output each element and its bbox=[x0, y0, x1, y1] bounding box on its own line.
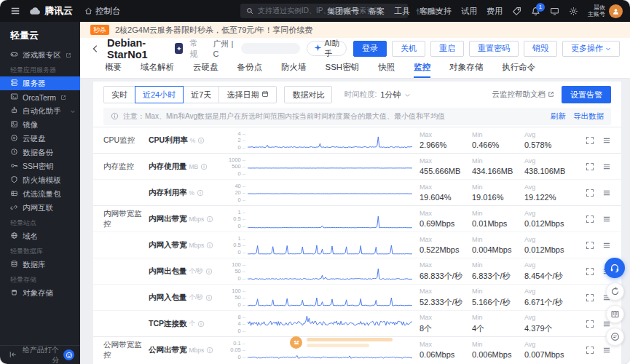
action-button-重置密码[interactable]: 重置密码 bbox=[469, 41, 519, 57]
expand-chart-icon[interactable] bbox=[586, 267, 594, 276]
sidebar-item-自动化助手[interactable]: 自动化助手 bbox=[0, 104, 80, 118]
support-headset-button[interactable] bbox=[605, 258, 625, 278]
tab-备份点[interactable]: 备份点 bbox=[237, 62, 263, 78]
row-menu-icon[interactable] bbox=[602, 162, 611, 171]
sidebar-item-数据备份[interactable]: 数据备份 bbox=[0, 146, 80, 159]
sidebar-item-数据库[interactable]: 数据库 bbox=[0, 258, 80, 272]
info-icon[interactable] bbox=[205, 294, 213, 301]
hamburger-menu-icon[interactable] bbox=[10, 6, 20, 16]
sparkline-chart-内网入带宽[interactable] bbox=[248, 236, 412, 255]
topbar-menu-3[interactable]: 客服支持 bbox=[420, 6, 452, 17]
account-menu[interactable]: 晨依 主账号 bbox=[588, 4, 623, 18]
tab-对象存储[interactable]: 对象存储 bbox=[449, 62, 483, 78]
sparkline-chart-内网出带宽[interactable] bbox=[248, 210, 412, 229]
topbar-menu-1[interactable]: 备案 bbox=[369, 6, 385, 17]
sidebar-item-游戏服专区[interactable]: 游戏服专区 bbox=[0, 48, 80, 62]
info-icon[interactable] bbox=[206, 347, 213, 354]
expand-chart-icon[interactable] bbox=[586, 320, 594, 328]
tab-云硬盘[interactable]: 云硬盘 bbox=[193, 62, 218, 78]
row-menu-icon[interactable] bbox=[602, 346, 611, 355]
survey-comment-button[interactable] bbox=[606, 328, 624, 346]
info-icon[interactable] bbox=[206, 215, 213, 223]
segment-近24小时[interactable]: 近24小时 bbox=[135, 86, 184, 103]
row-menu-icon[interactable] bbox=[602, 189, 611, 197]
info-icon[interactable] bbox=[197, 189, 204, 197]
sparkline-chart-公网出带宽[interactable] bbox=[248, 341, 412, 360]
expand-chart-icon[interactable] bbox=[586, 189, 594, 197]
guide-book-button[interactable] bbox=[606, 305, 624, 323]
info-icon[interactable] bbox=[197, 137, 205, 144]
topbar-menu-4[interactable]: 试用 bbox=[461, 6, 477, 17]
console-display-icon[interactable] bbox=[550, 7, 559, 16]
info-icon[interactable] bbox=[200, 163, 208, 170]
topbar-menu-0[interactable]: 集团账号 bbox=[327, 6, 359, 17]
refresh-link[interactable]: 刷新 bbox=[551, 111, 566, 122]
tab-防火墙[interactable]: 防火墙 bbox=[281, 62, 307, 78]
sidebar-item-对象存储[interactable]: 对象存储 bbox=[0, 286, 80, 300]
tab-SSH密钥[interactable]: SSH密钥 bbox=[326, 62, 360, 78]
promo-banner[interactable]: 秒杀 2核2G4M云服务器限时秒杀，低至79元/年！享同价续费 bbox=[80, 22, 630, 38]
sidebar-item-OrcaTerm[interactable]: OrcaTerm bbox=[0, 90, 80, 104]
sidebar-item-域名[interactable]: 域名 bbox=[0, 229, 80, 243]
row-menu-icon[interactable] bbox=[602, 215, 611, 223]
ai-assistant-button[interactable]: AI助手 bbox=[307, 41, 347, 56]
sidebar-item-防火墙模板[interactable]: 防火墙模板 bbox=[0, 173, 80, 187]
sidebar-item-内网互联[interactable]: 内网互联 bbox=[0, 201, 80, 215]
collapse-sidebar-icon[interactable] bbox=[9, 350, 17, 360]
sidebar-item-SSH密钥[interactable]: SSH密钥 bbox=[0, 159, 80, 173]
sparkline-chart-内存利用率[interactable] bbox=[248, 183, 412, 202]
info-icon[interactable] bbox=[206, 242, 213, 249]
back-arrow-icon[interactable] bbox=[90, 44, 101, 54]
sidebar-item-云硬盘[interactable]: 云硬盘 bbox=[0, 132, 80, 146]
expand-chart-icon[interactable] bbox=[586, 241, 594, 250]
tab-监控[interactable]: 监控 bbox=[414, 62, 430, 78]
smiley-icon[interactable] bbox=[63, 349, 74, 360]
row-menu-icon[interactable] bbox=[602, 241, 611, 250]
set-alarm-button[interactable]: 设置告警 bbox=[562, 86, 611, 103]
segment-近7天[interactable]: 近7天 bbox=[183, 86, 219, 103]
granularity-select[interactable]: 时间粒度: 1分钟 bbox=[344, 88, 411, 101]
brand-logo[interactable]: 腾讯云 bbox=[29, 4, 73, 17]
expand-chart-icon[interactable] bbox=[586, 162, 594, 171]
expand-chart-icon[interactable] bbox=[586, 346, 594, 355]
feedback-refresh-button[interactable] bbox=[606, 282, 624, 301]
sidebar-item-优选流量包[interactable]: 优选流量包 bbox=[0, 187, 80, 201]
sparkline-chart-内存使用量[interactable] bbox=[248, 157, 412, 176]
action-button-关机[interactable]: 关机 bbox=[392, 41, 425, 57]
promotion-tag-icon[interactable] bbox=[512, 7, 521, 16]
action-button-更多操作[interactable]: 更多操作 bbox=[562, 41, 620, 57]
tab-执行命令[interactable]: 执行命令 bbox=[502, 62, 535, 78]
info-icon[interactable] bbox=[197, 320, 205, 328]
tab-域名解析[interactable]: 域名解析 bbox=[141, 62, 174, 78]
row-menu-icon[interactable] bbox=[602, 136, 611, 145]
export-data-link[interactable]: 导出数据 bbox=[573, 111, 604, 122]
data-compare-button[interactable]: 数据对比 bbox=[284, 86, 332, 103]
tab-概要[interactable]: 概要 bbox=[105, 62, 122, 78]
sparkline-chart-CPU利用率[interactable] bbox=[248, 131, 412, 150]
sparkline-chart-TCP连接数[interactable] bbox=[248, 314, 412, 333]
tab-快照[interactable]: 快照 bbox=[378, 62, 395, 78]
sparkline-chart-内网入包量[interactable] bbox=[248, 288, 412, 307]
notification-bell-icon[interactable]: 1 bbox=[531, 7, 540, 16]
expand-chart-icon[interactable] bbox=[586, 293, 594, 302]
sidebar-item-镜像[interactable]: 镜像 bbox=[0, 118, 80, 132]
sidebar-item-服务器[interactable]: 服务器 bbox=[0, 76, 80, 90]
segment-实时[interactable]: 实时 bbox=[103, 86, 135, 103]
action-button-登录[interactable]: 登录 bbox=[353, 41, 387, 57]
action-button-销毁[interactable]: 销毁 bbox=[524, 41, 557, 57]
instance-id-pill[interactable] bbox=[241, 43, 299, 54]
action-button-重启[interactable]: 重启 bbox=[430, 41, 464, 57]
monitor-doc-link[interactable]: 云监控帮助文档 bbox=[492, 90, 555, 100]
topbar-menu-2[interactable]: 工具 bbox=[394, 6, 410, 17]
topbar-menu-5[interactable]: 费用 bbox=[487, 6, 503, 17]
rate-product-link[interactable]: 给产品打个分 bbox=[22, 345, 59, 364]
console-link[interactable]: 控制台 bbox=[84, 6, 121, 17]
avatar[interactable] bbox=[609, 4, 623, 18]
segment-选择日期[interactable]: 选择日期 bbox=[218, 86, 277, 103]
info-icon[interactable] bbox=[205, 268, 213, 275]
settings-gear-icon[interactable] bbox=[569, 7, 578, 16]
metric-label: 内网入包量个/秒 bbox=[149, 293, 226, 303]
sparkline-chart-内网出包量[interactable] bbox=[248, 262, 412, 281]
expand-chart-icon[interactable] bbox=[586, 136, 594, 145]
expand-chart-icon[interactable] bbox=[586, 215, 594, 223]
